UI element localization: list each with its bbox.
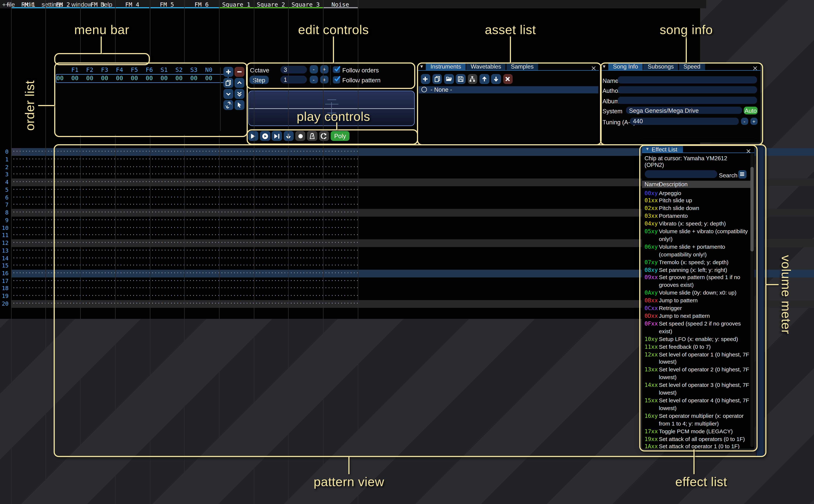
pattern-cell[interactable]: ··········· — [46, 179, 80, 186]
pattern-cell[interactable]: ··········· — [323, 255, 357, 262]
pattern-cell[interactable]: ··········· — [219, 186, 254, 194]
pattern-cell[interactable]: ··········· — [254, 179, 288, 186]
pattern-cell[interactable]: ··········· — [184, 194, 219, 201]
octave-increment-button[interactable]: + — [320, 65, 328, 74]
search-input[interactable] — [645, 170, 717, 178]
pattern-cell[interactable]: ··········· — [150, 148, 184, 156]
system-combo[interactable]: Sega Genesis/Mega Drive — [626, 107, 742, 114]
pattern-cell[interactable]: ··········· — [115, 186, 149, 194]
pattern-cell[interactable]: ··········· — [115, 224, 149, 232]
pattern-cell[interactable]: ··········· — [323, 270, 357, 277]
pattern-cell[interactable]: ··········· — [115, 179, 149, 186]
effect-row[interactable]: 0BxxJump to pattern — [642, 297, 750, 305]
album-input[interactable] — [618, 97, 757, 104]
pattern-cell[interactable]: ··········· — [115, 201, 149, 209]
pattern-cell[interactable]: ··········· — [288, 163, 323, 171]
order-cell[interactable]: 00 — [86, 75, 93, 82]
pattern-cell[interactable]: ··········· — [80, 194, 115, 201]
pattern-cell[interactable]: ··········· — [46, 239, 80, 247]
pattern-cell[interactable]: ··········· — [184, 277, 219, 285]
pattern-cell[interactable]: ··········· — [150, 163, 184, 171]
pattern-cell[interactable]: ··········· — [184, 179, 219, 186]
effect-row[interactable]: 10xySetup LFO (x: enable; y: speed) — [642, 335, 750, 343]
pattern-cell[interactable]: ··········· — [46, 148, 80, 156]
pattern-cell[interactable]: ··········· — [11, 285, 46, 292]
pattern-cell[interactable]: ··········· — [323, 171, 357, 179]
pattern-cell[interactable]: ··········· — [219, 201, 254, 209]
pattern-cell[interactable]: ··········· — [219, 148, 254, 156]
pattern-cell[interactable]: ··········· — [323, 262, 357, 270]
pattern-cell[interactable]: ··········· — [219, 292, 254, 300]
pattern-cell[interactable]: ··········· — [11, 171, 46, 179]
pattern-row[interactable]: 14······································… — [0, 255, 700, 262]
effect-row[interactable]: 0CxxRetrigger — [642, 305, 750, 312]
pattern-cell[interactable]: ··········· — [219, 270, 254, 277]
pattern-cell[interactable]: ··········· — [323, 277, 357, 285]
pattern-cell[interactable]: ··········· — [219, 179, 254, 186]
pattern-row[interactable]: 9·······································… — [0, 217, 700, 224]
tab-subsongs[interactable]: Subsongs — [643, 63, 678, 70]
effect-row[interactable]: 0DxxJump to next pattern — [642, 312, 750, 320]
pattern-cell[interactable]: ··········· — [254, 292, 288, 300]
pattern-cell[interactable]: ··········· — [150, 285, 184, 292]
pattern-cell[interactable]: ··········· — [219, 300, 254, 308]
pattern-cell[interactable]: ··········· — [46, 156, 80, 163]
pattern-cell[interactable]: ··········· — [254, 277, 288, 285]
pattern-cell[interactable]: ··········· — [46, 194, 80, 201]
order-row-label[interactable]: 00 — [56, 75, 64, 82]
pattern-cell[interactable]: ··········· — [323, 300, 357, 308]
pattern-cell[interactable]: ··········· — [150, 179, 184, 186]
pattern-cell[interactable]: ··········· — [150, 232, 184, 239]
pattern-row[interactable]: 17······································… — [0, 277, 700, 285]
pattern-cell[interactable]: ··········· — [11, 232, 46, 239]
order-cell[interactable]: 00 — [101, 75, 108, 82]
pattern-cell[interactable]: ··········· — [150, 209, 184, 216]
pattern-cell[interactable]: ··········· — [80, 217, 115, 224]
pattern-cell[interactable]: ··········· — [11, 247, 46, 254]
pattern-cell[interactable]: ··········· — [219, 277, 254, 285]
pattern-cell[interactable]: ··········· — [80, 300, 115, 308]
effect-row[interactable]: 1AxxSet attack of operator 1 (0 to 1F) — [642, 443, 750, 449]
pattern-cell[interactable]: ··········· — [184, 163, 219, 171]
effect-row[interactable]: 16xySet operator multiplier (x: operator… — [642, 412, 750, 427]
pattern-cell[interactable]: ··········· — [46, 163, 80, 171]
pattern-cell[interactable]: ··········· — [288, 156, 323, 163]
pattern-cell[interactable]: ··········· — [254, 156, 288, 163]
pattern-cell[interactable]: ··········· — [11, 156, 46, 163]
pattern-cell[interactable]: ··········· — [184, 285, 219, 292]
pattern-cell[interactable]: ··········· — [254, 232, 288, 239]
pattern-cell[interactable]: ··········· — [11, 300, 46, 308]
pattern-cell[interactable]: ··········· — [219, 194, 254, 201]
pattern-cell[interactable]: ··········· — [11, 163, 46, 171]
delete-asset-button[interactable] — [503, 74, 513, 84]
pattern-cell[interactable]: ··········· — [288, 255, 323, 262]
close-icon[interactable] — [745, 146, 752, 153]
pattern-row[interactable]: 16······································… — [0, 270, 700, 277]
pattern-cell[interactable]: ··········· — [150, 247, 184, 254]
pattern-cell[interactable]: ··········· — [254, 224, 288, 232]
tuning-decrement-button[interactable]: - — [741, 118, 748, 125]
pattern-cell[interactable]: ··········· — [46, 217, 80, 224]
pattern-cell[interactable]: ··········· — [115, 171, 149, 179]
add-order-button[interactable] — [223, 67, 233, 77]
pattern-cell[interactable]: ··········· — [150, 277, 184, 285]
hamburger-icon[interactable] — [738, 170, 746, 178]
pattern-row[interactable]: 8·······································… — [0, 209, 700, 216]
tab-speed[interactable]: Speed — [679, 63, 705, 70]
pattern-cell[interactable]: ··········· — [11, 270, 46, 277]
play-from-beginning-button[interactable] — [260, 131, 270, 141]
scrollbar-thumb[interactable] — [750, 167, 754, 251]
pattern-cell[interactable]: ··········· — [288, 179, 323, 186]
pattern-row[interactable]: 20······································… — [0, 300, 700, 308]
pattern-cell[interactable]: ··········· — [254, 239, 288, 247]
move-order-down-button[interactable] — [223, 89, 233, 99]
move-order-up-button[interactable] — [234, 78, 244, 88]
pattern-cell[interactable]: ··········· — [288, 262, 323, 270]
pattern-cell[interactable]: ··········· — [115, 285, 149, 292]
pattern-cell[interactable]: ··········· — [80, 209, 115, 216]
pattern-cell[interactable]: ··········· — [184, 171, 219, 179]
order-cell[interactable]: 00 — [160, 75, 168, 82]
pattern-row[interactable]: 0·······································… — [0, 148, 700, 156]
pattern-cell[interactable]: ··········· — [219, 262, 254, 270]
pattern-cell[interactable]: ··········· — [115, 255, 149, 262]
